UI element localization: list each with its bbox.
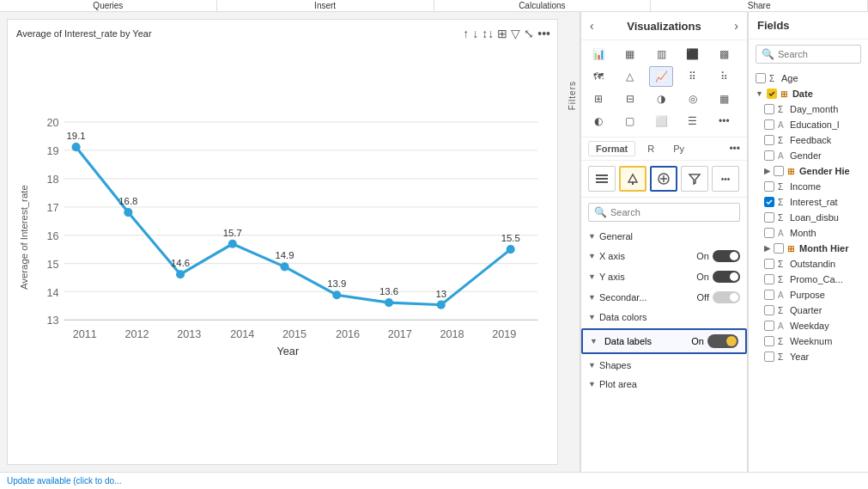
field-checkbox-promoca[interactable] [764,274,774,284]
viz-section-secondary[interactable]: ▼ Secondar... Off [581,287,747,308]
viz-section-shapes[interactable]: ▼ Shapes [581,356,747,375]
xaxis-toggle-switch[interactable] [713,250,740,262]
viz-section-datacolors[interactable]: ▼ Data colors [581,308,747,327]
field-item-loandisbu[interactable]: Σ Loan_disbu [749,210,868,225]
viz-icon-card[interactable]: ▢ [618,111,642,131]
yaxis-toggle[interactable]: On [696,271,740,283]
viz-icon-table[interactable]: ⊞ [586,89,610,109]
viz-icon-line[interactable]: 📈 [649,66,673,87]
format-paint-btn[interactable] [619,166,646,192]
field-checkbox-interestrat[interactable] [764,197,774,207]
format-general-btn[interactable] [588,166,616,192]
move-down-icon[interactable]: ↓ [472,27,478,40]
viz-search-input[interactable] [610,207,734,217]
viz-icon-100bar[interactable]: ▥ [649,44,673,64]
svg-text:2017: 2017 [388,328,412,340]
field-item-month[interactable]: A Month [749,225,868,241]
xaxis-toggle[interactable]: On [696,250,740,262]
field-item-quarter[interactable]: Σ Quarter [749,303,868,318]
viz-section-general[interactable]: ▼ General [581,227,747,246]
secondary-toggle[interactable]: Off [697,291,740,303]
tab-py[interactable]: Py [666,142,691,156]
field-group-monthhier[interactable]: ▶ ⊞ Month Hier [749,241,868,256]
field-checkbox-quarter[interactable] [764,305,774,315]
field-checkbox-education[interactable] [764,119,774,130]
field-checkbox-date[interactable] [767,89,777,99]
field-checkbox-outstanding[interactable] [764,259,774,269]
field-item-income[interactable]: Σ Income [749,179,868,194]
svg-text:2011: 2011 [73,328,97,340]
format-filter-btn[interactable] [681,166,708,192]
field-checkbox-year[interactable] [764,351,774,362]
field-item-year[interactable]: Σ Year [749,349,868,364]
viz-section-xaxis[interactable]: ▼ X axis On [581,246,747,266]
move-up-icon[interactable]: ↑ [463,27,469,40]
viz-icon-scatter2[interactable]: ⠷ [712,66,736,87]
secondary-toggle-switch[interactable] [713,291,740,303]
viz-icon-pie[interactable]: ◑ [649,89,673,109]
viz-icon-scatter[interactable]: ⠿ [681,66,705,87]
share-menu[interactable]: Share [651,0,868,11]
field-checkbox-purpose[interactable] [764,290,774,300]
filter-icon[interactable]: ▽ [511,27,520,40]
yaxis-toggle-switch[interactable] [713,271,740,283]
viz-icon-gauge[interactable]: ◐ [586,111,610,131]
queries-menu[interactable]: Queries [0,0,217,11]
update-available-text[interactable]: Update available (click to do... [7,476,121,486]
viz-next-arrow[interactable]: › [734,19,738,33]
field-checkbox-gender[interactable] [764,150,774,161]
fields-search-input[interactable] [778,49,855,59]
field-group-genderhier[interactable]: ▶ ⊞ Gender Hie [749,163,868,179]
datalabels-toggle-switch[interactable] [707,334,738,348]
viz-icon-matrix[interactable]: ⊟ [618,89,642,109]
format-analytics-btn[interactable] [650,166,677,192]
field-group-date[interactable]: ▼ ⊞ Date [749,86,868,101]
tab-format[interactable]: Format [588,141,635,156]
viz-icon-kpi[interactable]: ⬜ [649,111,673,131]
viz-icon-treemap[interactable]: ▦ [712,89,736,109]
more-icon[interactable]: ••• [537,27,550,40]
field-item-age[interactable]: Σ Age [749,70,868,86]
field-item-weekday[interactable]: A Weekday [749,318,868,333]
viz-icon-slicer[interactable]: ☰ [681,111,705,131]
field-item-gender[interactable]: A Gender [749,148,868,163]
field-checkbox-income[interactable] [764,181,774,192]
viz-icon-donut[interactable]: ◎ [681,89,705,109]
viz-section-plotarea[interactable]: ▼ Plot area [581,375,747,394]
viz-icon-more[interactable]: ••• [712,111,736,131]
field-checkbox-monthhier[interactable] [774,243,784,254]
viz-icon-bar2[interactable]: ⬛ [681,44,705,64]
field-checkbox-loandisbu[interactable] [764,212,774,223]
viz-icon-bar3[interactable]: ▩ [712,44,736,64]
more-options-icon[interactable]: ••• [729,143,740,155]
field-checkbox-feedback[interactable] [764,135,774,145]
viz-section-yaxis[interactable]: ▼ Y axis On [581,266,747,287]
viz-icon-area[interactable]: △ [618,66,642,87]
field-item-weeknum[interactable]: Σ Weeknum [749,333,868,349]
field-checkbox-weeknum[interactable] [764,336,774,346]
field-checkbox-month[interactable] [764,228,774,238]
field-item-promoca[interactable]: Σ Promo_Ca... [749,272,868,287]
field-checkbox-daymonth[interactable] [764,104,774,114]
field-item-interestrat[interactable]: Σ Interest_rat [749,194,868,210]
field-checkbox-genderhier[interactable] [774,166,784,176]
anchor-icon[interactable]: ⊞ [497,27,507,40]
viz-prev-arrow[interactable]: ‹ [590,19,594,33]
insert-menu[interactable]: Insert [217,0,434,11]
field-item-education[interactable]: A Education_l [749,117,868,132]
field-checkbox-age[interactable] [756,73,766,83]
field-checkbox-weekday[interactable] [764,321,774,331]
format-extra-btn[interactable]: ••• [712,166,739,192]
expand-icon[interactable]: ⤡ [524,27,534,40]
field-item-purpose[interactable]: A Purpose [749,287,868,303]
field-item-daymonth[interactable]: Σ Day_month [749,101,868,117]
viz-icon-bar[interactable]: ▦ [618,44,642,64]
viz-icon-stacked-bar[interactable]: 📊 [586,44,610,64]
field-item-feedback[interactable]: Σ Feedback [749,132,868,148]
viz-icon-map[interactable]: 🗺 [586,66,610,87]
viz-section-datalabels[interactable]: ▼ Data labels On [581,328,747,354]
sort-icon[interactable]: ↕↓ [482,27,494,40]
field-item-outstanding[interactable]: Σ Outstandin [749,256,868,272]
calculations-menu[interactable]: Calculations [434,0,652,11]
tab-r[interactable]: R [640,142,661,156]
